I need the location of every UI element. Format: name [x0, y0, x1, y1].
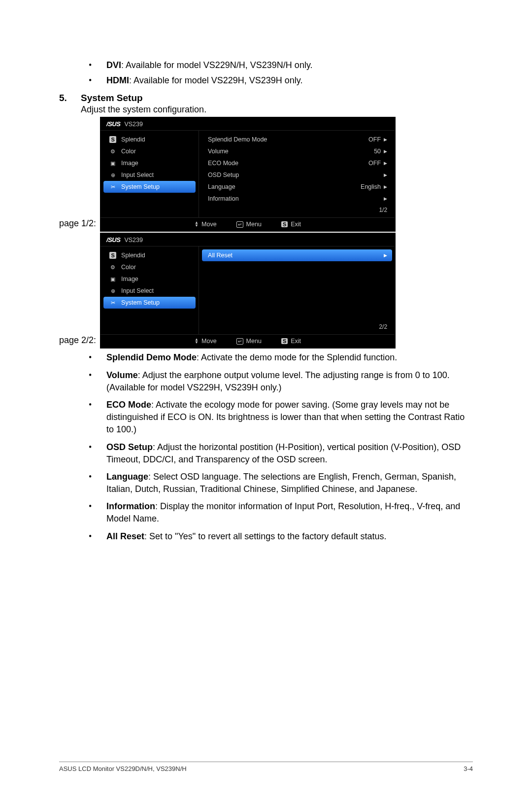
osd-menu-item[interactable]: ✂System Setup	[103, 297, 196, 309]
menu-item-label: Input Select	[121, 287, 154, 294]
page1-label: page 1/2:	[59, 218, 96, 232]
bullet-mark: •	[89, 74, 106, 87]
description-item: •Splendid Demo Mode: Activate the demo m…	[89, 351, 473, 364]
manual-page: • DVI: Available for model VS229N/H, VS2…	[0, 0, 532, 577]
description-text: OSD Setup: Adjust the horizontal postiti…	[106, 441, 473, 466]
osd-option-row[interactable]: All Reset▶	[202, 249, 392, 261]
s-icon: S	[281, 338, 288, 344]
osd-menu-item[interactable]: ⚙Color	[103, 261, 196, 273]
osd-header: /SUS VS239	[100, 117, 395, 131]
osd-menu-item[interactable]: ⊕Input Select	[103, 169, 196, 181]
option-value: English▶	[361, 183, 387, 190]
osd-right-options: Splendid Demo ModeOFF▶Volume50▶ECO ModeO…	[199, 131, 395, 217]
menu-icon: ↵	[236, 221, 243, 228]
osd-menu-item[interactable]: ⚙Color	[103, 145, 196, 157]
osd-screenshot-1: /SUS VS239 SSplendid⚙Color▣Image⊕Input S…	[100, 117, 396, 232]
menu-item-label: Splendid	[121, 252, 145, 259]
bullet-text: DVI: Available for model VS229N/H, VS239…	[106, 59, 473, 71]
menu-item-label: Input Select	[121, 172, 154, 178]
description-text: ECO Mode: Activate the ecology mode for …	[106, 399, 473, 436]
osd-option-row[interactable]: LanguageEnglish▶	[199, 181, 395, 193]
osd-menu-item[interactable]: ⊕Input Select	[103, 285, 196, 297]
description-item: •ECO Mode: Activate the ecology mode for…	[89, 399, 473, 436]
osd-menu-item[interactable]: ▣Image	[103, 157, 196, 169]
osd-right-options: All Reset▶ 2/2	[199, 246, 395, 334]
menu-item-icon: ✂	[109, 299, 116, 306]
menu-item-label: Splendid	[121, 136, 145, 143]
footer-left: ASUS LCD Monitor VS229D/N/H, VS239N/H	[59, 765, 187, 772]
osd-hint-menu: ↵Menu	[236, 221, 262, 228]
bullet-mark: •	[89, 399, 106, 436]
description-item: •Language: Select OSD language. The sele…	[89, 471, 473, 495]
description-item: •Volume: Adjust the earphone output volu…	[89, 369, 473, 394]
osd-body: SSplendid⚙Color▣Image⊕Input Select✂Syste…	[100, 131, 395, 217]
updown-icon: ▲▼	[195, 338, 199, 344]
menu-item-label: System Setup	[121, 183, 160, 190]
s-icon: S	[281, 221, 288, 227]
osd-menu-item[interactable]: SSplendid	[103, 249, 196, 261]
intro-bullet: • DVI: Available for model VS229N/H, VS2…	[89, 59, 473, 71]
footer-right: 3-4	[464, 765, 473, 772]
bullet-mark: •	[89, 500, 106, 525]
osd-hint-move: ▲▼Move	[195, 221, 217, 228]
bullet-mark: •	[89, 441, 106, 466]
menu-item-icon: S	[109, 136, 116, 143]
osd-option-row[interactable]: OSD Setup▶	[199, 169, 395, 181]
osd-footer: ▲▼Move ↵Menu SExit	[100, 217, 395, 231]
osd-option-row[interactable]: Information▶	[199, 193, 395, 205]
menu-item-icon: ▣	[109, 276, 116, 282]
osd-page1-wrap: page 1/2: /SUS VS239 SSplendid⚙Color▣Ima…	[59, 117, 473, 232]
menu-item-label: Color	[121, 264, 136, 271]
osd-menu-item[interactable]: ✂System Setup	[103, 181, 196, 193]
osd-menu-item[interactable]: ▣Image	[103, 273, 196, 285]
section-number: 5.	[59, 93, 81, 104]
bullet-mark: •	[89, 530, 106, 543]
osd-page-indicator: 2/2	[199, 321, 395, 332]
intro-bullets: • DVI: Available for model VS229N/H, VS2…	[89, 59, 473, 87]
asus-logo: /SUS	[106, 120, 120, 128]
option-name: ECO Mode	[208, 160, 238, 167]
bullet-mark: •	[89, 369, 106, 394]
menu-item-icon: S	[109, 252, 116, 259]
osd-header: /SUS VS239	[100, 233, 395, 246]
osd-body: SSplendid⚙Color▣Image⊕Input Select✂Syste…	[100, 246, 395, 334]
description-text: Information: Display the monitor informa…	[106, 500, 473, 525]
chevron-right-icon: ▶	[384, 149, 387, 154]
osd-menu-item[interactable]: SSplendid	[103, 134, 196, 145]
description-item: •OSD Setup: Adjust the horizontal postit…	[89, 441, 473, 466]
menu-item-label: System Setup	[121, 299, 160, 306]
section-description: Adjust the system configuration.	[81, 105, 473, 115]
description-text: Splendid Demo Mode: Activate the demo mo…	[106, 351, 473, 364]
osd-option-row[interactable]: ECO ModeOFF▶	[199, 157, 395, 169]
osd-left-menu: SSplendid⚙Color▣Image⊕Input Select✂Syste…	[100, 131, 199, 217]
section-heading: 5. System Setup	[59, 93, 473, 104]
osd-model: VS239	[124, 121, 143, 128]
option-value: 50▶	[374, 148, 387, 155]
osd-hint-move: ▲▼Move	[195, 338, 217, 345]
menu-item-icon: ▣	[109, 160, 116, 167]
description-text: All Reset: Set to "Yes" to revert all se…	[106, 530, 473, 543]
osd-left-menu: SSplendid⚙Color▣Image⊕Input Select✂Syste…	[100, 246, 199, 334]
description-text: Language: Select OSD language. The selec…	[106, 471, 473, 495]
chevron-right-icon: ▶	[384, 137, 387, 142]
osd-option-row[interactable]: Volume50▶	[199, 145, 395, 157]
menu-item-icon: ✂	[109, 183, 116, 190]
chevron-right-icon: ▶	[384, 173, 387, 177]
option-value: ▶	[384, 173, 387, 177]
page-footer: ASUS LCD Monitor VS229D/N/H, VS239N/H 3-…	[59, 762, 473, 772]
chevron-right-icon: ▶	[384, 253, 387, 258]
description-text: Volume: Adjust the earphone output volum…	[106, 369, 473, 394]
osd-option-row[interactable]: Splendid Demo ModeOFF▶	[199, 134, 395, 145]
menu-item-icon: ⊕	[109, 172, 116, 178]
option-name: Splendid Demo Mode	[208, 136, 267, 143]
bullet-mark: •	[89, 351, 106, 364]
updown-icon: ▲▼	[195, 221, 199, 227]
osd-footer: ▲▼Move ↵Menu SExit	[100, 334, 395, 348]
option-name: All Reset	[208, 252, 233, 259]
menu-item-icon: ⊕	[109, 287, 116, 294]
osd-hint-menu: ↵Menu	[236, 338, 262, 345]
page2-label: page 2/2:	[59, 335, 96, 349]
osd-hint-exit: SExit	[281, 221, 301, 228]
description-item: •All Reset: Set to "Yes" to revert all s…	[89, 530, 473, 543]
option-value: ▶	[384, 253, 387, 258]
